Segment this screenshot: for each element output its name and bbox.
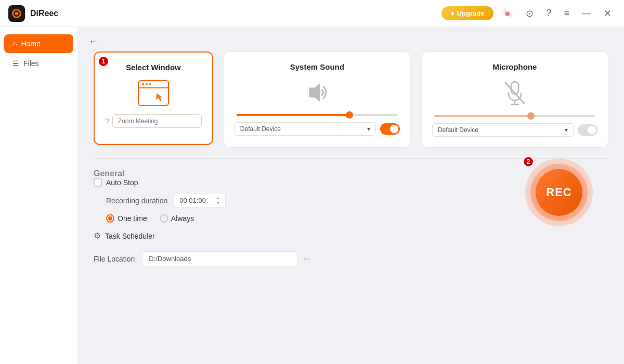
general-section: General Auto Stop Recording duration 00:… — [78, 169, 624, 266]
sidebar: ⌂ Home ☰ Files — [0, 27, 78, 364]
window-icon — [138, 80, 169, 106]
mic-device-select[interactable]: Default Device ▾ — [432, 123, 574, 137]
duration-down-arrow[interactable]: ▼ — [216, 201, 220, 205]
mic-slider[interactable] — [432, 115, 597, 117]
radio-one-time-inner — [108, 216, 112, 220]
file-location-row: File Location: D:/Downloads ··· — [94, 251, 608, 266]
file-location-path[interactable]: D:/Downloads — [142, 251, 298, 266]
content-area: ← 1 Select Window — [78, 27, 624, 364]
title-bar-right: ♦ Upgrade 🍬 ⊙ ? ≡ — ✕ — [441, 6, 616, 21]
rec-outer-ring: REC — [525, 159, 593, 226]
task-scheduler-label: Task Scheduler — [105, 232, 155, 240]
radio-always-outer — [160, 214, 168, 223]
duration-up-arrow[interactable]: ▲ — [216, 196, 220, 200]
radio-one-time[interactable]: One time — [106, 214, 147, 223]
recording-duration-label: Recording duration — [106, 197, 167, 205]
system-sound-slider[interactable] — [235, 114, 400, 116]
file-location-label: File Location: — [94, 255, 137, 263]
chevron-down-icon: ▾ — [565, 126, 568, 134]
sidebar-item-home[interactable]: ⌂ Home — [4, 34, 73, 53]
sidebar-home-label: Home — [21, 40, 40, 48]
radio-always-label: Always — [171, 214, 194, 223]
rec-button[interactable]: REC — [536, 169, 582, 216]
general-section-title: General — [94, 169, 125, 178]
back-button[interactable]: ← — [78, 27, 109, 51]
minimize-button[interactable]: — — [578, 6, 595, 21]
mic-device-row: Default Device ▾ — [432, 123, 597, 137]
system-sound-card[interactable]: System Sound Default Device — [224, 51, 411, 148]
auto-stop-checkbox[interactable] — [94, 178, 102, 187]
app-name: DiReec — [30, 9, 58, 18]
sound-icon — [302, 80, 333, 108]
microphone-title: Microphone — [492, 62, 537, 71]
microphone-card[interactable]: Microphone — [421, 51, 608, 148]
close-button[interactable]: ✕ — [600, 6, 616, 21]
system-sound-device-select[interactable]: Default Device ▾ — [235, 122, 376, 136]
main-layout: ⌂ Home ☰ Files ← 1 Select Window — [0, 27, 624, 364]
candy-icon-button[interactable]: 🍬 — [498, 6, 517, 21]
title-bar: DiReec ♦ Upgrade 🍬 ⊙ ? ≡ — ✕ — [0, 0, 624, 27]
title-bar-left: DiReec — [8, 5, 58, 22]
auto-stop-label: Auto Stop — [106, 178, 138, 187]
sidebar-item-files[interactable]: ☰ Files — [4, 54, 73, 73]
badge-2: 2 — [523, 156, 534, 167]
mic-icon — [499, 80, 530, 109]
settings-icon-button[interactable]: ⊙ — [522, 6, 538, 21]
files-icon: ☰ — [12, 59, 19, 68]
sidebar-files-label: Files — [23, 59, 39, 68]
home-icon: ⌂ — [12, 40, 17, 48]
help-circle-icon[interactable]: ? — [105, 117, 109, 125]
radio-one-time-outer — [106, 214, 114, 223]
task-scheduler-row[interactable]: ⚙ Task Scheduler — [94, 231, 608, 241]
chevron-down-icon: ▾ — [367, 125, 370, 133]
badge-1: 1 — [98, 56, 109, 67]
diamond-icon: ♦ — [451, 9, 454, 17]
system-sound-toggle[interactable] — [380, 123, 400, 135]
system-sound-title: System Sound — [290, 62, 344, 71]
duration-input[interactable]: 00:01:00 ▲ ▼ — [174, 193, 226, 208]
rec-label: REC — [546, 186, 571, 199]
app-icon — [8, 5, 25, 22]
help-icon-button[interactable]: ? — [542, 6, 555, 21]
window-search-input[interactable] — [112, 114, 202, 128]
cards-row: 1 Select Window — [78, 51, 624, 158]
radio-one-time-label: One time — [118, 214, 147, 223]
system-sound-device-row: Default Device ▾ — [235, 122, 400, 136]
menu-icon-button[interactable]: ≡ — [560, 6, 574, 21]
window-input-row: ? — [105, 114, 202, 128]
gear-icon: ⚙ — [94, 231, 101, 241]
rec-container: 2 REC — [525, 159, 593, 226]
select-window-card[interactable]: Select Window — [94, 51, 213, 145]
upgrade-button[interactable]: ♦ Upgrade — [441, 6, 493, 20]
select-window-title: Select Window — [126, 63, 181, 72]
mic-toggle[interactable] — [578, 124, 597, 136]
select-window-wrapper: 1 Select Window — [94, 51, 213, 148]
file-dots-button[interactable]: ··· — [303, 254, 310, 264]
radio-always[interactable]: Always — [160, 214, 194, 223]
rec-mid-ring: REC — [530, 164, 588, 221]
